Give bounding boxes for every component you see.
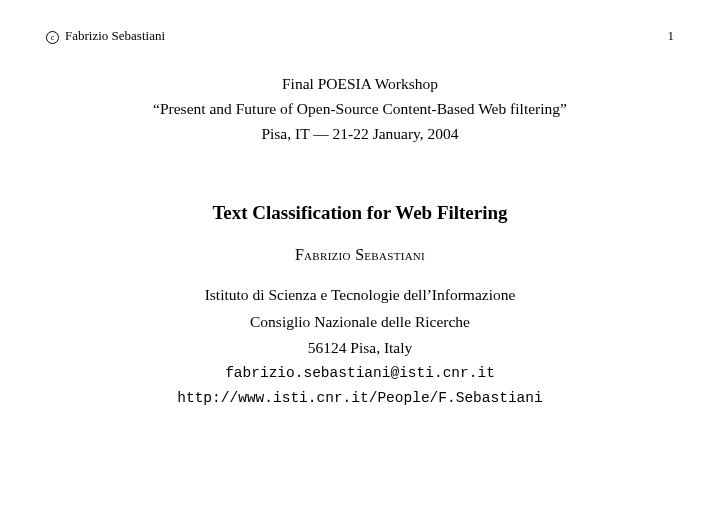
affiliation-block: Istituto di Scienza e Tecnologie dell’In… (46, 282, 674, 410)
homepage-url: http://www.isti.cnr.it/People/F.Sebastia… (46, 386, 674, 411)
email: fabrizio.sebastiani@isti.cnr.it (46, 361, 674, 386)
copyright-icon: c (46, 31, 59, 44)
page-number: 1 (668, 28, 675, 44)
paper-author: Fabrizio Sebastiani (46, 246, 674, 264)
organization: Consiglio Nazionale delle Ricerche (46, 309, 674, 335)
paper-title: Text Classification for Web Filtering (46, 202, 674, 224)
page-header: cFabrizio Sebastiani 1 (46, 28, 674, 44)
workshop-location-date: Pisa, IT — 21-22 January, 2004 (46, 122, 674, 147)
institute: Istituto di Scienza e Tecnologie dell’In… (46, 282, 674, 308)
header-left: cFabrizio Sebastiani (46, 28, 165, 44)
workshop-info: Final POESIA Workshop “Present and Futur… (46, 72, 674, 146)
page: cFabrizio Sebastiani 1 Final POESIA Work… (0, 0, 720, 411)
address: 56124 Pisa, Italy (46, 335, 674, 361)
workshop-subtitle: “Present and Future of Open-Source Conte… (46, 97, 674, 122)
workshop-name: Final POESIA Workshop (46, 72, 674, 97)
header-author: Fabrizio Sebastiani (65, 28, 165, 43)
